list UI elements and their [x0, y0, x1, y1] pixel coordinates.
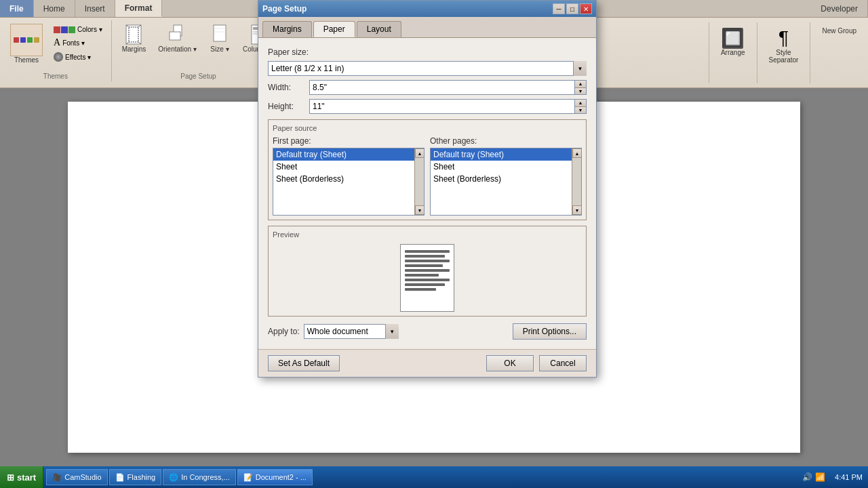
- flashing-label: Flashing: [127, 473, 156, 481]
- other-pages-scroll-down[interactable]: ▼: [572, 205, 582, 215]
- print-options-button[interactable]: Print Options...: [513, 323, 587, 340]
- taskbar-item-document[interactable]: 📝 Document2 - ...: [237, 469, 313, 485]
- height-up-button[interactable]: ▲: [575, 100, 586, 107]
- apply-to-select[interactable]: Whole document This point forward This s…: [304, 324, 399, 339]
- paper-size-select-wrapper: Letter (8 1/2 x 11 in) A4 Legal ▼: [268, 61, 587, 76]
- arrange-button[interactable]: 🔲 Arrange: [716, 25, 750, 58]
- preview-line-1: [405, 250, 450, 253]
- theme-fonts-button[interactable]: A Fonts ▾: [50, 36, 106, 49]
- preview-section: Preview: [268, 226, 587, 317]
- first-page-label: First page:: [273, 136, 425, 146]
- congress-icon: 🌐: [169, 473, 178, 482]
- margins-icon: [123, 24, 144, 45]
- arrange-icon: 🔲: [722, 27, 744, 49]
- tab-file[interactable]: File: [0, 0, 34, 17]
- paper-size-row: Letter (8 1/2 x 11 in) A4 Legal ▼: [268, 61, 587, 76]
- paper-source-row: First page: Default tray (Sheet) Sheet S…: [273, 136, 582, 216]
- list-item[interactable]: Sheet: [273, 161, 424, 173]
- style-separator-button[interactable]: ¶ Style Separator: [764, 25, 804, 66]
- themes-button[interactable]: Themes: [5, 22, 47, 66]
- first-page-scroll-up[interactable]: ▲: [415, 148, 425, 158]
- themes-label: Themes: [14, 56, 39, 64]
- cancel-button[interactable]: Cancel: [539, 355, 587, 371]
- congress-label: In Congress,...: [181, 473, 230, 481]
- ok-button[interactable]: OK: [486, 355, 534, 371]
- taskbar: ⊞ start 🎥 CamStudio 📄 Flashing 🌐 In Cong…: [0, 466, 868, 488]
- tab-margins[interactable]: Margins: [262, 21, 312, 37]
- document-label: Document2 - ...: [256, 473, 307, 481]
- dialog-minimize-button[interactable]: ─: [553, 3, 565, 14]
- width-spinner-buttons: ▲ ▼: [574, 80, 587, 95]
- list-item[interactable]: Sheet: [431, 161, 581, 173]
- taskbar-item-flashing[interactable]: 📄 Flashing: [109, 469, 162, 485]
- dialog-tabs: Margins Paper Layout: [258, 17, 596, 38]
- dialog-title: Page Setup: [262, 4, 307, 14]
- svg-rect-0: [126, 25, 141, 44]
- themes-icon: [10, 24, 43, 56]
- size-button[interactable]: Size ▾: [204, 22, 235, 55]
- dialog-maximize-button[interactable]: □: [566, 3, 578, 14]
- list-item[interactable]: Sheet (Borderless): [431, 173, 581, 185]
- preview-line-7: [405, 279, 450, 281]
- footer-left: Set As Default: [268, 355, 340, 371]
- width-down-button[interactable]: ▼: [575, 88, 586, 95]
- taskbar-items: 🎥 CamStudio 📄 Flashing 🌐 In Congress,...…: [43, 469, 798, 485]
- taskbar-item-camstudio[interactable]: 🎥 CamStudio: [46, 469, 107, 485]
- new-group-button[interactable]: New Group: [817, 25, 861, 37]
- footer-right: OK Cancel: [486, 355, 587, 371]
- tab-insert[interactable]: Insert: [75, 0, 115, 17]
- other-pages-scroll-up[interactable]: ▲: [572, 148, 582, 158]
- margins-button[interactable]: Margins: [117, 22, 151, 55]
- taskbar-item-congress[interactable]: 🌐 In Congress,...: [163, 469, 236, 485]
- theme-colors-button[interactable]: Colors ▾: [50, 24, 106, 35]
- list-item[interactable]: Default tray (Sheet): [431, 148, 581, 161]
- preview-line-6: [405, 274, 439, 277]
- start-button[interactable]: ⊞ start: [0, 466, 43, 488]
- preview-line-5: [405, 269, 450, 272]
- width-input[interactable]: [309, 80, 574, 95]
- width-row: Width: ▲ ▼: [268, 80, 587, 95]
- set-as-default-button[interactable]: Set As Default: [268, 355, 340, 371]
- paper-size-select[interactable]: Letter (8 1/2 x 11 in) A4 Legal: [268, 61, 587, 76]
- size-icon: [209, 24, 231, 45]
- dialog-titlebar: Page Setup ─ □ ✕: [258, 1, 596, 17]
- height-spinner: ▲ ▼: [309, 99, 587, 114]
- dialog-close-button[interactable]: ✕: [580, 3, 592, 14]
- ribbon-group-themes: Themes Colors ▾ A Fonts ▾: [0, 20, 112, 81]
- tab-paper[interactable]: Paper: [313, 21, 355, 37]
- themes-items: Themes Colors ▾ A Fonts ▾: [5, 22, 106, 66]
- theme-effects-button[interactable]: Effects ▾: [50, 51, 106, 63]
- orientation-button[interactable]: Orientation ▾: [153, 22, 201, 55]
- height-row: Height: ▲ ▼: [268, 99, 587, 114]
- first-page-scroll-down[interactable]: ▼: [415, 205, 425, 215]
- camstudio-icon: 🎥: [52, 473, 62, 482]
- preview-line-3: [405, 260, 450, 262]
- page-setup-items: Margins Orientation ▾: [117, 22, 280, 55]
- tab-home[interactable]: Home: [34, 0, 75, 17]
- paper-source-section: Paper source First page: Default tray (S…: [268, 119, 587, 220]
- tab-format[interactable]: Format: [115, 0, 163, 17]
- tab-developer[interactable]: Developer: [811, 0, 868, 17]
- orientation-label: Orientation ▾: [158, 45, 197, 53]
- list-item[interactable]: Default tray (Sheet): [273, 148, 424, 161]
- height-input[interactable]: [309, 99, 574, 114]
- first-page-listbox[interactable]: Default tray (Sheet) Sheet Sheet (Border…: [273, 148, 425, 216]
- theme-colors-label: Colors ▾: [77, 26, 102, 33]
- preview-line-4: [405, 264, 443, 267]
- other-pages-scrollbar[interactable]: ▲ ▼: [572, 148, 581, 215]
- style-separator-icon: ¶: [772, 27, 794, 49]
- svg-rect-7: [170, 32, 180, 40]
- height-down-button[interactable]: ▼: [575, 107, 586, 114]
- orientation-icon: [167, 24, 189, 45]
- width-up-button[interactable]: ▲: [575, 81, 586, 88]
- preview-title: Preview: [273, 230, 582, 239]
- dialog-controls: ─ □ ✕: [553, 3, 592, 14]
- other-pages-listbox[interactable]: Default tray (Sheet) Sheet Sheet (Border…: [430, 148, 582, 216]
- arrange-label: Arrange: [721, 49, 745, 56]
- theme-fonts-label: Fonts ▾: [62, 39, 85, 47]
- windows-icon: ⊞: [7, 472, 14, 483]
- list-item[interactable]: Sheet (Borderless): [273, 173, 424, 185]
- tab-layout[interactable]: Layout: [357, 21, 401, 37]
- svg-rect-8: [214, 25, 226, 41]
- first-page-scrollbar[interactable]: ▲ ▼: [414, 148, 424, 215]
